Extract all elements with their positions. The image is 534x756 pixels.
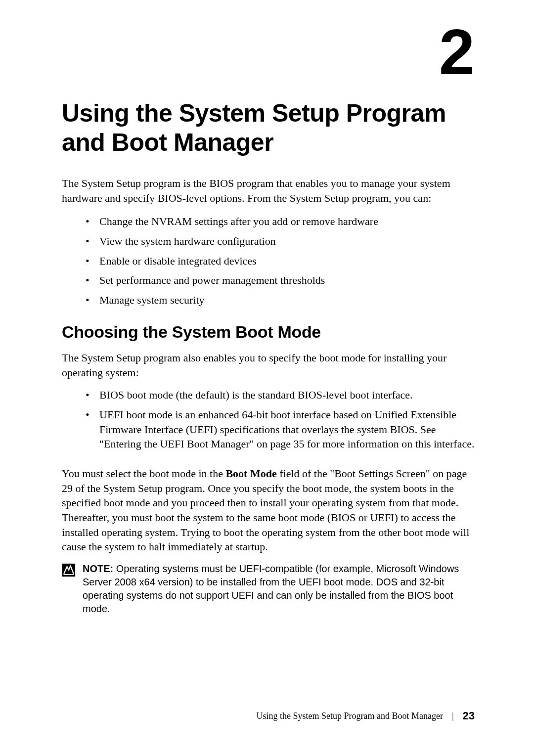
page: 2 Using the System Setup Program and Boo… [0,0,534,756]
intro-paragraph: The System Setup program is the BIOS pro… [62,176,475,205]
page-number: 23 [463,710,475,722]
chapter-number: 2 [439,20,475,84]
footer-separator: | [452,711,454,721]
text-run: field of the "Boot Settings Screen" on p… [62,467,469,553]
note-block: NOTE: Operating systems must be UEFI-com… [62,562,475,616]
intro-bullet-list: Change the NVRAM settings after you add … [86,214,475,307]
note-text: NOTE: Operating systems must be UEFI-com… [83,562,475,616]
note-icon [62,563,76,577]
footer-title: Using the System Setup Program and Boot … [256,711,443,721]
list-item: BIOS boot mode (the default) is the stan… [86,388,475,402]
section-intro: The System Setup program also enables yo… [62,351,475,380]
text-run: You must select the boot mode in the [62,467,225,480]
list-item: View the system hardware configuration [86,234,475,249]
list-item: UEFI boot mode is an enhanced 64-bit boo… [86,407,475,451]
list-item: Manage system security [86,293,475,308]
list-item: Set performance and power management thr… [86,273,475,288]
list-item: Change the NVRAM settings after you add … [86,214,475,229]
list-item: Enable or disable integrated devices [86,254,475,268]
section-heading: Choosing the System Boot Mode [62,322,475,342]
chapter-title: Using the System Setup Program and Boot … [62,99,475,157]
section-bullet-list: BIOS boot mode (the default) is the stan… [86,388,475,451]
note-body: Operating systems must be UEFI-compatibl… [83,563,459,614]
boot-mode-field-label: Boot Mode [225,467,276,480]
note-label: NOTE: [83,563,113,574]
boot-mode-paragraph: You must select the boot mode in the Boo… [62,466,475,554]
page-footer: Using the System Setup Program and Boot … [256,710,475,722]
